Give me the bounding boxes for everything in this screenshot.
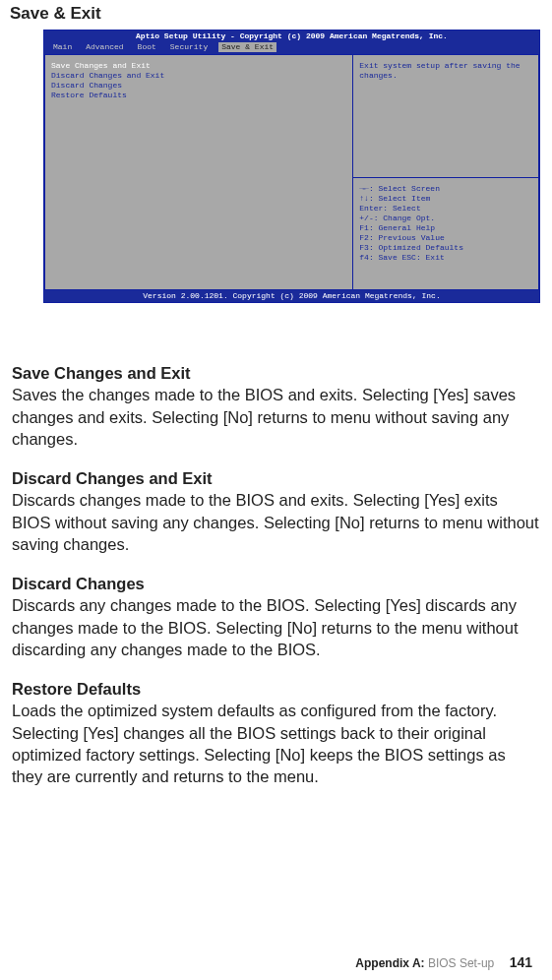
keyhelp-line: Enter: Select [359, 204, 532, 214]
bios-tab-security[interactable]: Security [167, 42, 211, 52]
section-heading: Discard Changes [12, 573, 540, 594]
bios-right-panel: Exit system setup after saving the chang… [353, 55, 538, 289]
section-body: Saves the changes made to the BIOS and e… [12, 384, 540, 450]
bios-menu-item-save-exit[interactable]: Save Changes and Exit [51, 61, 346, 71]
footer-appendix-title: BIOS Set-up [428, 956, 494, 970]
bios-screenshot: Aptio Setup Utility - Copyright (c) 2009… [43, 30, 540, 303]
section-body: Discards any changes made to the BIOS. S… [12, 594, 540, 660]
bios-help-text: Exit system setup after saving the chang… [353, 55, 538, 178]
bios-tabs: Main Advanced Boot Security Save & Exit [44, 42, 539, 54]
bios-tab-main[interactable]: Main [50, 42, 75, 52]
bios-bottombar: Version 2.00.1201. Copyright (c) 2009 Am… [44, 290, 539, 302]
bios-menu-item-restore-defaults[interactable]: Restore Defaults [51, 91, 346, 100]
footer-appendix-label: Appendix A: [355, 956, 424, 970]
page-footer: Appendix A: BIOS Set-up 141 [355, 954, 532, 970]
bios-titlebar: Aptio Setup Utility - Copyright (c) 2009… [44, 31, 539, 42]
bios-tab-advanced[interactable]: Advanced [83, 42, 126, 52]
bios-body: Save Changes and Exit Discard Changes an… [44, 54, 539, 290]
keyhelp-line: →←: Select Screen [359, 184, 532, 194]
section-heading: Save Changes and Exit [12, 362, 540, 384]
keyhelp-line: ↑↓: Select Item [359, 194, 532, 204]
keyhelp-line: +/-: Change Opt. [359, 214, 532, 223]
bios-tab-boot[interactable]: Boot [135, 42, 159, 52]
section-heading: Restore Defaults [12, 678, 540, 700]
keyhelp-line: F1: General Help [359, 223, 532, 233]
bios-menu: Save Changes and Exit Discard Changes an… [45, 55, 353, 289]
bios-menu-item-discard-exit[interactable]: Discard Changes and Exit [51, 71, 346, 81]
page-title: Save & Exit [10, 4, 552, 24]
section-body: Loads the optimized system defaults as c… [12, 700, 540, 787]
section-body: Discards changes made to the BIOS and ex… [12, 489, 540, 555]
keyhelp-line: f4: Save ESC: Exit [359, 253, 532, 263]
footer-page-number: 141 [510, 954, 532, 970]
bios-key-help: →←: Select Screen ↑↓: Select Item Enter:… [353, 178, 538, 289]
bios-tab-save-exit[interactable]: Save & Exit [218, 42, 276, 52]
section-heading: Discard Changes and Exit [12, 467, 540, 489]
keyhelp-line: F3: Optimized Defaults [359, 243, 532, 253]
content: Save Changes and Exit Saves the changes … [12, 362, 540, 788]
keyhelp-line: F2: Previous Value [359, 233, 532, 243]
bios-menu-item-discard[interactable]: Discard Changes [51, 81, 346, 91]
